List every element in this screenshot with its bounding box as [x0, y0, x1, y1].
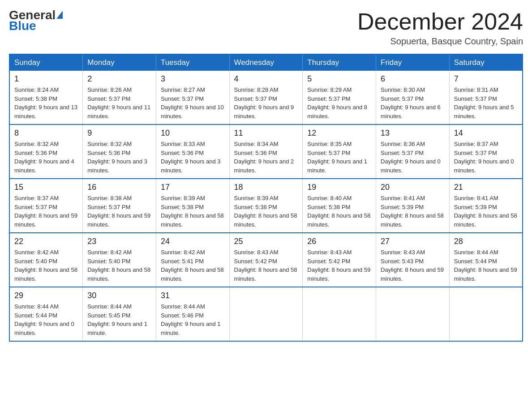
day-info: Sunrise: 8:37 AM Sunset: 5:37 PM Dayligh…	[454, 140, 518, 175]
day-number: 10	[161, 128, 225, 138]
table-row: 17 Sunrise: 8:39 AM Sunset: 5:38 PM Dayl…	[156, 179, 229, 233]
day-number: 21	[454, 183, 518, 192]
sunrise-text: Sunrise: 8:44 AM	[454, 248, 518, 257]
table-row: 21 Sunrise: 8:41 AM Sunset: 5:39 PM Dayl…	[449, 179, 523, 233]
day-number: 8	[14, 128, 78, 138]
table-row: 8 Sunrise: 8:32 AM Sunset: 5:36 PM Dayli…	[9, 124, 83, 179]
sunset-text: Sunset: 5:42 PM	[307, 257, 371, 266]
sunrise-text: Sunrise: 8:35 AM	[307, 140, 371, 149]
daylight-text: Daylight: 9 hours and 3 minutes.	[161, 157, 225, 175]
day-info: Sunrise: 8:32 AM Sunset: 5:36 PM Dayligh…	[14, 140, 78, 175]
table-row	[229, 287, 303, 341]
daylight-text: Daylight: 9 hours and 11 minutes.	[87, 103, 151, 120]
sunset-text: Sunset: 5:37 PM	[454, 149, 518, 158]
table-row: 6 Sunrise: 8:30 AM Sunset: 5:37 PM Dayli…	[376, 71, 450, 124]
sunset-text: Sunset: 5:43 PM	[381, 257, 445, 266]
sunrise-text: Sunrise: 8:29 AM	[307, 86, 371, 94]
daylight-text: Daylight: 9 hours and 1 minute.	[161, 320, 225, 337]
sunrise-text: Sunrise: 8:31 AM	[454, 86, 518, 94]
table-row: 16 Sunrise: 8:38 AM Sunset: 5:37 PM Dayl…	[83, 179, 156, 233]
sunrise-text: Sunrise: 8:40 AM	[307, 194, 371, 203]
sunset-text: Sunset: 5:37 PM	[307, 149, 371, 158]
col-friday: Friday	[376, 54, 450, 71]
sunset-text: Sunset: 5:44 PM	[14, 311, 78, 320]
day-info: Sunrise: 8:41 AM Sunset: 5:39 PM Dayligh…	[381, 194, 445, 229]
table-row: 14 Sunrise: 8:37 AM Sunset: 5:37 PM Dayl…	[449, 124, 523, 179]
day-number: 6	[381, 74, 445, 84]
sunset-text: Sunset: 5:41 PM	[161, 257, 225, 266]
sunrise-text: Sunrise: 8:28 AM	[234, 86, 298, 94]
day-info: Sunrise: 8:42 AM Sunset: 5:41 PM Dayligh…	[161, 248, 225, 283]
daylight-text: Daylight: 8 hours and 58 minutes.	[14, 265, 78, 283]
sunset-text: Sunset: 5:46 PM	[161, 311, 225, 320]
day-number: 11	[234, 128, 298, 138]
sunset-text: Sunset: 5:39 PM	[454, 203, 518, 212]
day-number: 12	[307, 128, 371, 138]
calendar-week-row: 15 Sunrise: 8:37 AM Sunset: 5:37 PM Dayl…	[9, 179, 523, 233]
day-number: 4	[234, 74, 298, 84]
daylight-text: Daylight: 8 hours and 58 minutes.	[234, 265, 298, 283]
sunrise-text: Sunrise: 8:24 AM	[14, 86, 78, 94]
day-info: Sunrise: 8:30 AM Sunset: 5:37 PM Dayligh…	[381, 86, 445, 120]
day-number: 1	[14, 74, 78, 84]
day-number: 31	[161, 291, 225, 300]
day-info: Sunrise: 8:29 AM Sunset: 5:37 PM Dayligh…	[307, 86, 371, 120]
daylight-text: Daylight: 9 hours and 10 minutes.	[161, 103, 225, 120]
sunrise-text: Sunrise: 8:37 AM	[454, 140, 518, 149]
calendar-week-row: 8 Sunrise: 8:32 AM Sunset: 5:36 PM Dayli…	[9, 124, 523, 179]
sunset-text: Sunset: 5:38 PM	[234, 203, 298, 212]
sunset-text: Sunset: 5:38 PM	[307, 203, 371, 212]
daylight-text: Daylight: 9 hours and 2 minutes.	[234, 157, 298, 175]
day-info: Sunrise: 8:31 AM Sunset: 5:37 PM Dayligh…	[454, 86, 518, 120]
sunrise-text: Sunrise: 8:27 AM	[161, 86, 225, 94]
day-info: Sunrise: 8:42 AM Sunset: 5:40 PM Dayligh…	[87, 248, 151, 283]
daylight-text: Daylight: 9 hours and 0 minutes.	[14, 320, 78, 337]
sunrise-text: Sunrise: 8:39 AM	[161, 194, 225, 203]
logo: General Blue	[9, 9, 63, 32]
daylight-text: Daylight: 8 hours and 58 minutes.	[381, 211, 445, 229]
day-number: 16	[87, 183, 151, 192]
calendar-header-row: Sunday Monday Tuesday Wednesday Thursday…	[9, 54, 523, 71]
sunrise-text: Sunrise: 8:36 AM	[381, 140, 445, 149]
day-info: Sunrise: 8:39 AM Sunset: 5:38 PM Dayligh…	[234, 194, 298, 229]
sunset-text: Sunset: 5:37 PM	[14, 203, 78, 212]
daylight-text: Daylight: 8 hours and 59 minutes.	[14, 211, 78, 229]
table-row: 2 Sunrise: 8:26 AM Sunset: 5:37 PM Dayli…	[83, 71, 156, 124]
day-info: Sunrise: 8:44 AM Sunset: 5:44 PM Dayligh…	[454, 248, 518, 283]
calendar-week-row: 1 Sunrise: 8:24 AM Sunset: 5:38 PM Dayli…	[9, 71, 523, 124]
sunrise-text: Sunrise: 8:44 AM	[161, 302, 225, 311]
day-number: 30	[87, 291, 151, 300]
day-info: Sunrise: 8:24 AM Sunset: 5:38 PM Dayligh…	[14, 86, 78, 120]
day-number: 5	[307, 74, 371, 84]
daylight-text: Daylight: 9 hours and 8 minutes.	[307, 103, 371, 120]
daylight-text: Daylight: 8 hours and 58 minutes.	[454, 211, 518, 229]
col-wednesday: Wednesday	[229, 54, 303, 71]
sunrise-text: Sunrise: 8:43 AM	[234, 248, 298, 257]
table-row: 5 Sunrise: 8:29 AM Sunset: 5:37 PM Dayli…	[303, 71, 376, 124]
daylight-text: Daylight: 9 hours and 5 minutes.	[454, 103, 518, 120]
table-row: 26 Sunrise: 8:43 AM Sunset: 5:42 PM Dayl…	[303, 233, 376, 287]
sunset-text: Sunset: 5:37 PM	[87, 203, 151, 212]
daylight-text: Daylight: 9 hours and 6 minutes.	[381, 103, 445, 120]
sunrise-text: Sunrise: 8:43 AM	[307, 248, 371, 257]
daylight-text: Daylight: 9 hours and 9 minutes.	[234, 103, 298, 120]
daylight-text: Daylight: 8 hours and 58 minutes.	[234, 211, 298, 229]
sunset-text: Sunset: 5:37 PM	[307, 94, 371, 103]
col-saturday: Saturday	[449, 54, 523, 71]
table-row	[449, 287, 523, 341]
day-info: Sunrise: 8:28 AM Sunset: 5:37 PM Dayligh…	[234, 86, 298, 120]
daylight-text: Daylight: 8 hours and 58 minutes.	[87, 265, 151, 283]
day-info: Sunrise: 8:34 AM Sunset: 5:36 PM Dayligh…	[234, 140, 298, 175]
sunset-text: Sunset: 5:38 PM	[14, 94, 78, 103]
table-row: 27 Sunrise: 8:43 AM Sunset: 5:43 PM Dayl…	[376, 233, 450, 287]
day-info: Sunrise: 8:44 AM Sunset: 5:46 PM Dayligh…	[161, 302, 225, 337]
col-tuesday: Tuesday	[156, 54, 229, 71]
sunset-text: Sunset: 5:36 PM	[161, 149, 225, 158]
day-number: 7	[454, 74, 518, 84]
day-info: Sunrise: 8:38 AM Sunset: 5:37 PM Dayligh…	[87, 194, 151, 229]
day-info: Sunrise: 8:33 AM Sunset: 5:36 PM Dayligh…	[161, 140, 225, 175]
daylight-text: Daylight: 9 hours and 13 minutes.	[14, 103, 78, 120]
sunset-text: Sunset: 5:37 PM	[234, 94, 298, 103]
table-row: 10 Sunrise: 8:33 AM Sunset: 5:36 PM Dayl…	[156, 124, 229, 179]
day-number: 19	[307, 183, 371, 192]
